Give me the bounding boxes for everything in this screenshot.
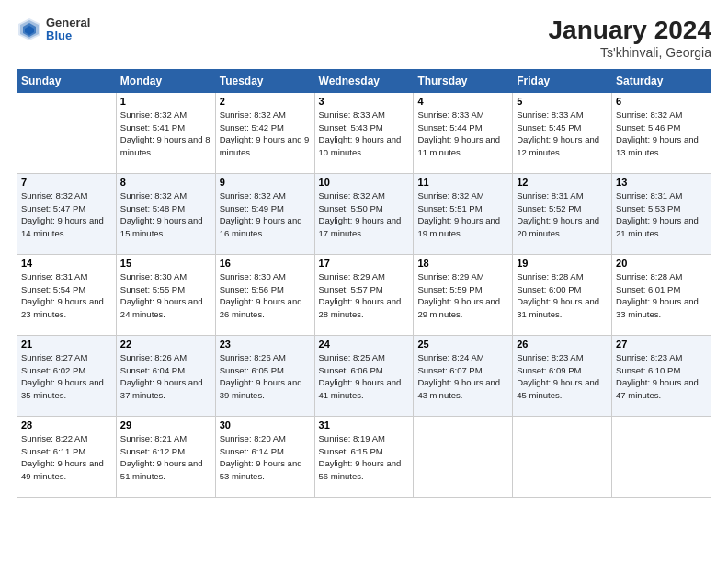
day-info: Sunrise: 8:21 AMSunset: 6:12 PMDaylight:… — [120, 432, 211, 483]
calendar-cell: 8Sunrise: 8:32 AMSunset: 5:48 PMDaylight… — [116, 173, 215, 254]
day-number: 14 — [21, 258, 112, 269]
header-row: Sunday Monday Tuesday Wednesday Thursday… — [17, 69, 711, 92]
calendar-cell — [17, 92, 117, 173]
calendar-cell: 17Sunrise: 8:29 AMSunset: 5:57 PMDayligh… — [314, 254, 414, 335]
calendar-cell: 28Sunrise: 8:22 AMSunset: 6:11 PMDayligh… — [17, 416, 117, 497]
day-info: Sunrise: 8:22 AMSunset: 6:11 PMDaylight:… — [21, 432, 112, 483]
day-info: Sunrise: 8:33 AMSunset: 5:45 PMDaylight:… — [517, 109, 608, 159]
calendar-cell: 31Sunrise: 8:19 AMSunset: 6:15 PMDayligh… — [314, 416, 414, 497]
day-number: 11 — [417, 177, 508, 188]
calendar-cell: 12Sunrise: 8:31 AMSunset: 5:52 PMDayligh… — [513, 173, 612, 254]
day-info: Sunrise: 8:31 AMSunset: 5:52 PMDaylight:… — [517, 190, 608, 240]
col-tuesday: Tuesday — [215, 69, 314, 92]
calendar-cell — [513, 416, 612, 497]
day-info: Sunrise: 8:28 AMSunset: 6:00 PMDaylight:… — [517, 270, 608, 321]
day-info: Sunrise: 8:26 AMSunset: 6:05 PMDaylight:… — [220, 351, 311, 402]
day-number: 28 — [21, 419, 112, 431]
calendar-table: Sunday Monday Tuesday Wednesday Thursday… — [17, 69, 711, 498]
calendar-cell: 19Sunrise: 8:28 AMSunset: 6:00 PMDayligh… — [513, 254, 612, 335]
calendar-cell — [414, 416, 513, 497]
day-info: Sunrise: 8:32 AMSunset: 5:49 PMDaylight:… — [220, 190, 311, 240]
day-number: 20 — [616, 258, 707, 269]
day-number: 10 — [319, 177, 410, 188]
calendar-cell: 11Sunrise: 8:32 AMSunset: 5:51 PMDayligh… — [414, 173, 513, 254]
calendar-cell: 24Sunrise: 8:25 AMSunset: 6:06 PMDayligh… — [314, 335, 414, 416]
day-info: Sunrise: 8:26 AMSunset: 6:04 PMDaylight:… — [120, 351, 211, 402]
calendar-cell: 23Sunrise: 8:26 AMSunset: 6:05 PMDayligh… — [215, 335, 314, 416]
calendar-cell: 20Sunrise: 8:28 AMSunset: 6:01 PMDayligh… — [612, 254, 711, 335]
day-number: 27 — [616, 339, 707, 350]
day-number: 5 — [517, 96, 608, 107]
logo-general: General — [46, 17, 90, 29]
day-number: 21 — [21, 339, 112, 350]
day-number: 25 — [417, 339, 508, 350]
day-info: Sunrise: 8:24 AMSunset: 6:07 PMDaylight:… — [417, 351, 508, 402]
col-sunday: Sunday — [17, 69, 117, 92]
calendar-cell: 9Sunrise: 8:32 AMSunset: 5:49 PMDaylight… — [215, 173, 314, 254]
day-info: Sunrise: 8:23 AMSunset: 6:10 PMDaylight:… — [616, 351, 707, 402]
logo: General Blue — [17, 17, 90, 43]
calendar-cell: 29Sunrise: 8:21 AMSunset: 6:12 PMDayligh… — [116, 416, 215, 497]
day-info: Sunrise: 8:32 AMSunset: 5:46 PMDaylight:… — [616, 109, 707, 159]
calendar-cell — [612, 416, 711, 497]
day-info: Sunrise: 8:31 AMSunset: 5:54 PMDaylight:… — [21, 270, 112, 321]
calendar-cell: 1Sunrise: 8:32 AMSunset: 5:41 PMDaylight… — [116, 92, 215, 173]
day-number: 1 — [120, 96, 211, 107]
title-block: January 2024 Ts'khinvali, Georgia — [549, 17, 711, 60]
day-number: 3 — [319, 96, 410, 107]
day-info: Sunrise: 8:30 AMSunset: 5:56 PMDaylight:… — [220, 270, 311, 321]
day-number: 6 — [616, 96, 707, 107]
calendar-cell: 7Sunrise: 8:32 AMSunset: 5:47 PMDaylight… — [17, 173, 117, 254]
calendar-cell: 26Sunrise: 8:23 AMSunset: 6:09 PMDayligh… — [513, 335, 612, 416]
day-info: Sunrise: 8:28 AMSunset: 6:01 PMDaylight:… — [616, 270, 707, 321]
calendar-week-5: 28Sunrise: 8:22 AMSunset: 6:11 PMDayligh… — [17, 416, 711, 497]
day-info: Sunrise: 8:32 AMSunset: 5:41 PMDaylight:… — [120, 109, 211, 159]
calendar-week-2: 7Sunrise: 8:32 AMSunset: 5:47 PMDaylight… — [17, 173, 711, 254]
calendar-cell: 15Sunrise: 8:30 AMSunset: 5:55 PMDayligh… — [116, 254, 215, 335]
day-info: Sunrise: 8:32 AMSunset: 5:47 PMDaylight:… — [21, 190, 112, 240]
calendar-cell: 10Sunrise: 8:32 AMSunset: 5:50 PMDayligh… — [314, 173, 414, 254]
calendar-week-4: 21Sunrise: 8:27 AMSunset: 6:02 PMDayligh… — [17, 335, 711, 416]
day-number: 19 — [517, 258, 608, 269]
day-number: 12 — [517, 177, 608, 188]
calendar-cell: 25Sunrise: 8:24 AMSunset: 6:07 PMDayligh… — [414, 335, 513, 416]
day-number: 2 — [220, 96, 311, 107]
day-number: 17 — [319, 258, 410, 269]
day-info: Sunrise: 8:31 AMSunset: 5:53 PMDaylight:… — [616, 190, 707, 240]
day-number: 13 — [616, 177, 707, 188]
day-number: 24 — [319, 339, 410, 350]
day-number: 16 — [220, 258, 311, 269]
col-wednesday: Wednesday — [314, 69, 414, 92]
calendar-cell: 30Sunrise: 8:20 AMSunset: 6:14 PMDayligh… — [215, 416, 314, 497]
calendar-cell: 22Sunrise: 8:26 AMSunset: 6:04 PMDayligh… — [116, 335, 215, 416]
day-number: 30 — [220, 419, 311, 431]
day-number: 29 — [120, 419, 211, 431]
calendar-cell: 16Sunrise: 8:30 AMSunset: 5:56 PMDayligh… — [215, 254, 314, 335]
day-info: Sunrise: 8:29 AMSunset: 5:57 PMDaylight:… — [319, 270, 410, 321]
col-saturday: Saturday — [612, 69, 711, 92]
day-info: Sunrise: 8:32 AMSunset: 5:51 PMDaylight:… — [417, 190, 508, 240]
day-info: Sunrise: 8:33 AMSunset: 5:43 PMDaylight:… — [319, 109, 410, 159]
logo-icon — [17, 17, 42, 42]
day-info: Sunrise: 8:32 AMSunset: 5:42 PMDaylight:… — [220, 109, 311, 159]
calendar-week-3: 14Sunrise: 8:31 AMSunset: 5:54 PMDayligh… — [17, 254, 711, 335]
location-subtitle: Ts'khinvali, Georgia — [549, 45, 711, 60]
day-number: 4 — [417, 96, 508, 107]
calendar-cell: 13Sunrise: 8:31 AMSunset: 5:53 PMDayligh… — [612, 173, 711, 254]
day-info: Sunrise: 8:30 AMSunset: 5:55 PMDaylight:… — [120, 270, 211, 321]
day-info: Sunrise: 8:23 AMSunset: 6:09 PMDaylight:… — [517, 351, 608, 402]
page-header: General Blue January 2024 Ts'khinvali, G… — [17, 17, 711, 60]
day-info: Sunrise: 8:33 AMSunset: 5:44 PMDaylight:… — [417, 109, 508, 159]
calendar-cell: 2Sunrise: 8:32 AMSunset: 5:42 PMDaylight… — [215, 92, 314, 173]
day-number: 8 — [120, 177, 211, 188]
day-info: Sunrise: 8:25 AMSunset: 6:06 PMDaylight:… — [319, 351, 410, 402]
calendar-cell: 3Sunrise: 8:33 AMSunset: 5:43 PMDaylight… — [314, 92, 414, 173]
day-number: 26 — [517, 339, 608, 350]
day-number: 9 — [220, 177, 311, 188]
calendar-cell: 4Sunrise: 8:33 AMSunset: 5:44 PMDaylight… — [414, 92, 513, 173]
calendar-cell: 21Sunrise: 8:27 AMSunset: 6:02 PMDayligh… — [17, 335, 117, 416]
day-info: Sunrise: 8:32 AMSunset: 5:48 PMDaylight:… — [120, 190, 211, 240]
calendar-week-1: 1Sunrise: 8:32 AMSunset: 5:41 PMDaylight… — [17, 92, 711, 173]
day-number: 15 — [120, 258, 211, 269]
day-info: Sunrise: 8:32 AMSunset: 5:50 PMDaylight:… — [319, 190, 410, 240]
